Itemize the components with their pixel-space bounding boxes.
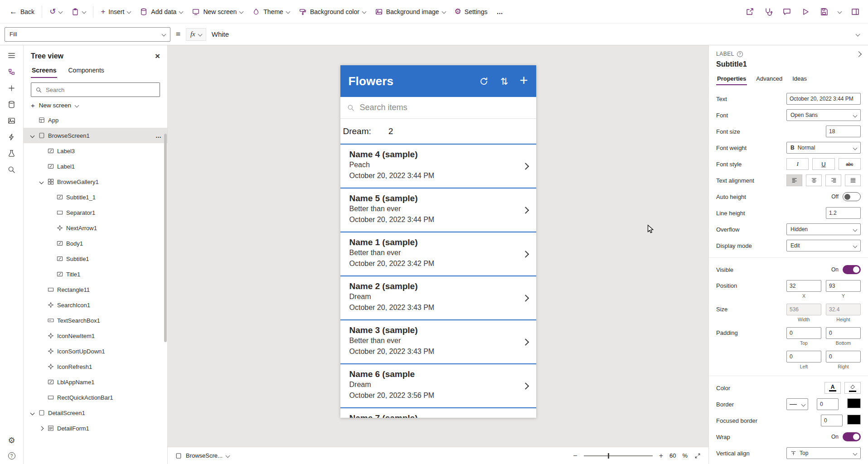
next-arrow-icon[interactable] [522, 295, 529, 302]
formula-input[interactable] [212, 30, 842, 38]
align-left-button[interactable] [786, 174, 802, 186]
more-commands-button[interactable]: … [492, 5, 507, 19]
border-color-swatch[interactable] [847, 398, 861, 408]
tree-scrollbar[interactable] [164, 134, 167, 342]
tree-item-detailscreen1[interactable]: DetailScreen1 [24, 405, 167, 420]
share-icon[interactable] [745, 7, 754, 16]
property-select[interactable]: Fill [5, 27, 170, 42]
tree-search-box[interactable] [31, 82, 160, 97]
tree-item-iconnewitem1[interactable]: IconNewItem1 [24, 328, 167, 343]
tree-item-label1[interactable]: Label1 [24, 159, 167, 174]
wrap-toggle[interactable] [843, 432, 861, 441]
save-icon[interactable] [820, 7, 829, 16]
list-item[interactable]: Name 6 (sample Dream October 20, 2022 3:… [340, 363, 536, 407]
tab-ideas[interactable]: Ideas [791, 72, 808, 85]
next-arrow-icon[interactable] [522, 163, 529, 170]
refresh-icon[interactable] [479, 76, 489, 87]
data-icon[interactable] [7, 100, 16, 109]
next-arrow-icon[interactable] [522, 338, 529, 346]
add-data-button[interactable]: Add data [136, 5, 187, 19]
zoom-out-icon[interactable]: − [573, 452, 577, 460]
tree-item-detailform1[interactable]: DetailForm1 [24, 420, 167, 436]
tree-item-iconrefresh1[interactable]: IconRefresh1 [24, 359, 167, 374]
advanced-tools-icon[interactable] [7, 149, 16, 158]
font-weight-select[interactable]: BNormal [786, 142, 861, 154]
help-icon[interactable]: ? [8, 452, 15, 459]
zoom-slider[interactable] [584, 455, 653, 456]
settings-gear-icon[interactable]: ⚙ [8, 436, 15, 445]
align-right-button[interactable] [825, 174, 841, 186]
vertical-align-select[interactable]: Top [786, 447, 861, 459]
font-color-button[interactable]: A [824, 382, 841, 394]
power-automate-icon[interactable] [7, 133, 16, 141]
overflow-select[interactable]: Hidden [786, 223, 861, 235]
chevron-down-icon[interactable] [225, 454, 230, 458]
padding-bottom-input[interactable] [826, 327, 861, 339]
hamburger-menu-icon[interactable] [7, 51, 16, 60]
background-color-button[interactable]: Background color [295, 5, 370, 19]
focused-border-width-input[interactable] [821, 415, 843, 426]
publish-icon[interactable] [851, 7, 860, 16]
tree-item-searchicon1[interactable]: SearchIcon1 [24, 297, 167, 313]
border-width-input[interactable] [817, 398, 839, 410]
app-search-box[interactable]: Search items [340, 97, 536, 119]
next-arrow-icon[interactable] [522, 251, 529, 258]
app-preview[interactable]: Flowers ⇅ + Search items Dream: 2 N [340, 65, 536, 418]
tree-item-browsescreen1[interactable]: BrowseScreen1… [24, 128, 167, 143]
chevron-down-icon[interactable] [39, 179, 44, 184]
sort-icon[interactable]: ⇅ [500, 77, 509, 86]
fill-color-button[interactable] [844, 382, 861, 394]
insert-icon[interactable] [7, 84, 16, 92]
tree-search-input[interactable] [46, 87, 155, 93]
padding-right-input[interactable] [826, 351, 861, 362]
close-icon[interactable]: × [155, 52, 160, 60]
position-y-input[interactable] [826, 280, 861, 292]
tree-item-rectquickactionbar1[interactable]: RectQuickActionBar1 [24, 390, 167, 405]
align-justify-button[interactable] [845, 174, 861, 186]
chevron-down-icon[interactable] [30, 133, 34, 138]
undo-button[interactable]: ↺ [45, 5, 66, 19]
tree-item-body1[interactable]: Body1 [24, 236, 167, 251]
paste-button[interactable] [67, 5, 90, 19]
tab-components[interactable]: Components [67, 63, 105, 78]
padding-left-input[interactable] [786, 351, 821, 362]
tree-item-browsegallery1[interactable]: BrowseGallery1 [24, 174, 167, 189]
italic-button[interactable]: I [786, 158, 809, 170]
more-options-button[interactable]: … [155, 132, 162, 139]
tree-item-iconsortupdown1[interactable]: IconSortUpDown1 [24, 343, 167, 359]
fx-button[interactable]: fx [186, 28, 206, 41]
insert-button[interactable]: + Insert [97, 5, 135, 19]
tree-item-subtitle1[interactable]: Subtitle1 [24, 251, 167, 266]
tree-item-nextarrow1[interactable]: NextArrow1 [24, 220, 167, 236]
underline-button[interactable]: U [812, 158, 834, 170]
list-item[interactable]: Name 4 (sample) Peach October 20, 2022 3… [340, 144, 536, 188]
new-screen-dropdown[interactable]: + New screen [24, 98, 167, 112]
tree-item-separator1[interactable]: Separator1 [24, 205, 167, 220]
list-item[interactable]: Name 1 (sample) Better than ever October… [340, 232, 536, 276]
list-item[interactable]: Name 3 (sample) Better than ever October… [340, 319, 536, 363]
padding-top-input[interactable] [786, 327, 821, 339]
list-item[interactable]: Name 5 (sample) Better than ever October… [340, 188, 536, 232]
font-size-input[interactable] [826, 126, 861, 137]
tree-item-app[interactable]: App [24, 112, 167, 128]
tree-item-lblappname1[interactable]: LblAppName1 [24, 374, 167, 390]
settings-button[interactable]: ⚙ Settings [451, 5, 492, 19]
comments-icon[interactable] [782, 7, 791, 16]
visible-toggle[interactable] [843, 265, 861, 274]
search-icon[interactable] [7, 165, 16, 174]
font-select[interactable]: Open Sans [786, 109, 861, 121]
tree-item-rectangle11[interactable]: Rectangle11 [24, 282, 167, 297]
help-icon[interactable]: ? [737, 51, 743, 57]
border-style-select[interactable] [786, 398, 808, 410]
tab-screens[interactable]: Screens [31, 63, 57, 78]
align-center-button[interactable] [806, 174, 822, 186]
background-image-button[interactable]: Background image [371, 5, 450, 19]
tree-view-icon[interactable] [7, 68, 16, 76]
tab-advanced[interactable]: Advanced [755, 72, 783, 85]
back-button[interactable]: ← Back [5, 5, 39, 19]
play-preview-icon[interactable] [801, 7, 810, 16]
new-screen-button[interactable]: New screen [188, 5, 247, 19]
chevron-right-icon[interactable] [39, 426, 44, 430]
focused-border-color-swatch[interactable] [847, 415, 861, 425]
new-item-icon[interactable]: + [519, 73, 528, 87]
